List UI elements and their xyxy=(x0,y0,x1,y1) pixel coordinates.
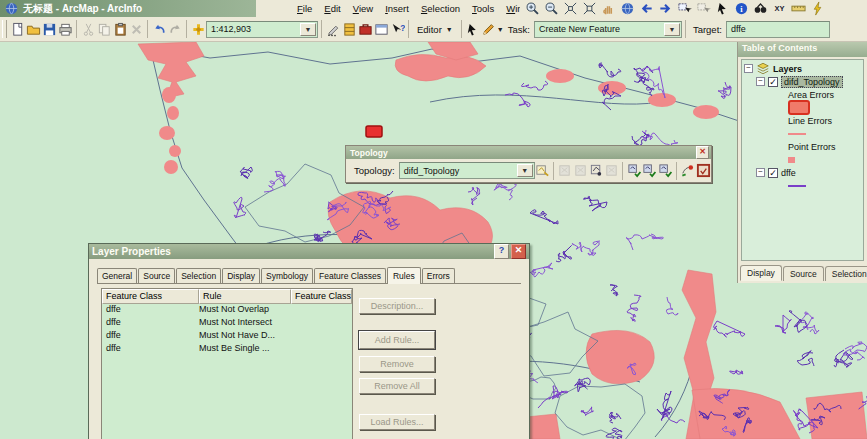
column-feature-class[interactable]: Feature Class xyxy=(102,289,199,304)
topology-combo[interactable]: difd_Topology ▼ xyxy=(399,162,535,179)
zoom-in-icon[interactable] xyxy=(524,1,540,17)
cut-icon[interactable] xyxy=(80,21,96,37)
sketch-properties-icon[interactable] xyxy=(325,21,341,37)
column-rule[interactable]: Rule xyxy=(199,289,291,304)
help-icon[interactable]: ? xyxy=(494,244,509,259)
close-icon[interactable]: ✕ xyxy=(696,146,709,159)
zoom-out-icon[interactable] xyxy=(543,1,559,17)
tab-symbology[interactable]: Symbology xyxy=(261,268,313,283)
clear-selection-icon[interactable] xyxy=(695,1,711,17)
tab-selection[interactable]: Selection xyxy=(176,268,221,283)
paste-icon[interactable] xyxy=(112,21,128,37)
tab-rules[interactable]: Rules xyxy=(387,267,421,284)
command-window-icon[interactable] xyxy=(373,21,389,37)
toc-tab-source[interactable]: Source xyxy=(783,266,824,281)
delete-icon[interactable] xyxy=(128,21,144,37)
cell-feature-class: dffe xyxy=(102,343,199,356)
edit-tool-icon[interactable] xyxy=(465,21,481,37)
fixed-zoom-out-icon[interactable] xyxy=(581,1,597,17)
new-map-icon[interactable] xyxy=(9,21,25,37)
toc-tab-selection[interactable]: Selection xyxy=(825,266,867,281)
add-rule-button[interactable]: Add Rule... xyxy=(359,331,435,349)
topology-toolbar-title[interactable]: Topology xyxy=(350,148,388,158)
save-icon[interactable] xyxy=(41,21,57,37)
editor-menu-button[interactable]: Editor ▼ xyxy=(412,22,458,37)
menu-tools[interactable]: Tools xyxy=(467,2,499,15)
print-icon[interactable] xyxy=(57,21,73,37)
menu-file[interactable]: File xyxy=(292,2,317,15)
remove-button[interactable]: Remove xyxy=(359,356,435,372)
remove-all-button[interactable]: Remove All xyxy=(359,378,435,394)
open-icon[interactable] xyxy=(25,21,41,37)
menu-view[interactable]: View xyxy=(348,2,378,15)
hyperlink-icon[interactable] xyxy=(809,1,825,17)
collapse-icon[interactable]: − xyxy=(744,64,753,73)
menu-edit[interactable]: Edit xyxy=(319,2,345,15)
chevron-down-icon[interactable]: ▼ xyxy=(497,26,504,33)
collapse-icon[interactable]: − xyxy=(756,168,765,177)
map-topology-icon[interactable] xyxy=(535,162,551,179)
show-shared-features-icon[interactable] xyxy=(573,162,589,179)
construct-features-icon[interactable] xyxy=(588,162,604,179)
select-features-icon[interactable] xyxy=(676,1,692,17)
table-row[interactable]: dffe Must Not Intersect xyxy=(102,317,352,330)
table-row[interactable]: dffe Must Not Have D... xyxy=(102,330,352,343)
menu-insert[interactable]: Insert xyxy=(380,2,414,15)
tab-source[interactable]: Source xyxy=(138,268,175,283)
chevron-down-icon[interactable]: ▼ xyxy=(664,23,680,36)
full-extent-icon[interactable] xyxy=(619,1,635,17)
table-row[interactable]: dffe Must Be Single ... xyxy=(102,343,352,356)
redo-icon[interactable] xyxy=(167,21,183,37)
error-inspector-icon[interactable] xyxy=(695,162,711,179)
description-button[interactable]: Description... xyxy=(359,298,435,314)
go-back-extent-icon[interactable] xyxy=(638,1,654,17)
toolbar-grip[interactable] xyxy=(2,20,7,38)
chevron-down-icon[interactable]: ▼ xyxy=(517,164,533,177)
map-scale-combo[interactable]: 1:412,903 ▼ xyxy=(206,21,318,38)
tools-toolbar: i XY xyxy=(520,0,867,17)
topology-layer-label[interactable]: difd_Topology xyxy=(781,76,843,88)
load-rules-button[interactable]: Load Rules... xyxy=(359,414,435,430)
column-feature-class-2[interactable]: Feature Class xyxy=(291,289,352,304)
close-icon[interactable]: ✕ xyxy=(511,244,526,259)
tab-display[interactable]: Display xyxy=(222,268,260,283)
layers-group-label[interactable]: Layers xyxy=(773,64,802,74)
chevron-down-icon[interactable]: ▼ xyxy=(300,23,316,36)
go-next-extent-icon[interactable] xyxy=(657,1,673,17)
toc-title[interactable]: Table of Contents xyxy=(738,42,867,57)
layer-checkbox[interactable]: ✓ xyxy=(768,168,778,178)
sketch-tool-icon[interactable] xyxy=(481,21,497,37)
go-to-xy-icon[interactable]: XY xyxy=(771,1,787,17)
arctoolbox-icon[interactable] xyxy=(357,21,373,37)
undo-icon[interactable] xyxy=(151,21,167,37)
validate-selected-area-icon[interactable] xyxy=(626,162,642,179)
dialog-title-bar[interactable]: Layer Properties ? ✕ xyxy=(89,244,529,259)
select-elements-icon[interactable] xyxy=(714,1,730,17)
modify-edge-icon[interactable] xyxy=(604,162,620,179)
task-combo[interactable]: Create New Feature ▼ xyxy=(534,21,682,38)
layer-checkbox[interactable]: ✓ xyxy=(768,77,778,87)
arccatalog-icon[interactable] xyxy=(341,21,357,37)
fix-error-tool-icon[interactable] xyxy=(680,162,696,179)
validate-entire-topology-icon[interactable] xyxy=(657,162,673,179)
table-row[interactable]: dffe Must Not Overlap xyxy=(102,304,352,317)
identify-icon[interactable]: i xyxy=(733,1,749,17)
whats-this-help-icon[interactable]: ? xyxy=(389,21,405,37)
find-icon[interactable] xyxy=(752,1,768,17)
dffe-layer-label[interactable]: dffe xyxy=(781,168,796,178)
validate-current-extent-icon[interactable] xyxy=(642,162,658,179)
target-combo[interactable]: dffe xyxy=(726,21,830,38)
fixed-zoom-in-icon[interactable] xyxy=(562,1,578,17)
tab-general[interactable]: General xyxy=(97,268,137,283)
tab-feature-classes[interactable]: Feature Classes xyxy=(314,268,386,283)
toc-tab-display[interactable]: Display xyxy=(740,265,782,281)
menu-selection[interactable]: Selection xyxy=(416,2,465,15)
topology-rules-table[interactable]: Feature Class Rule Feature Class dffe Mu… xyxy=(101,288,353,439)
topology-edit-tool-icon[interactable] xyxy=(557,162,573,179)
add-data-icon[interactable] xyxy=(190,21,206,37)
measure-icon[interactable] xyxy=(790,1,806,17)
copy-icon[interactable] xyxy=(96,21,112,37)
pan-icon[interactable] xyxy=(600,1,616,17)
tab-errors[interactable]: Errors xyxy=(422,268,455,283)
collapse-icon[interactable]: − xyxy=(756,77,765,86)
